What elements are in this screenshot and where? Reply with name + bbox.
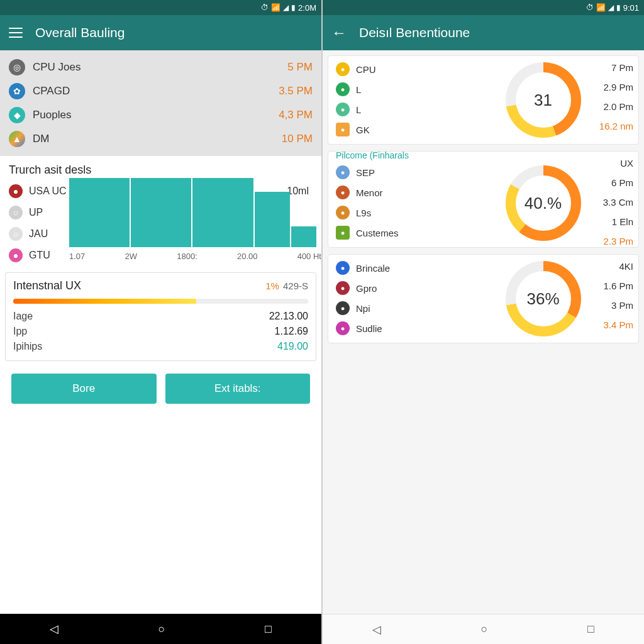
item-name: GTU: [29, 250, 50, 261]
back-icon[interactable]: ◁: [50, 622, 58, 636]
signal-icon: ◢: [608, 3, 614, 12]
item-value: 2.3 Pm: [603, 236, 633, 247]
page-title: Overall Bauling: [35, 25, 125, 40]
item-name: L9s: [356, 208, 371, 218]
chart-xaxis: 1.07 2W 1800: 20.00 400 Ht: [69, 252, 321, 261]
list-item[interactable]: ●L: [336, 103, 449, 116]
card-header-value: 4KI: [603, 261, 633, 272]
donut-value: 36%: [516, 271, 571, 326]
app-icon: ●: [336, 301, 350, 315]
item-name: Custemes: [356, 228, 399, 238]
content-right: ●CPU●L●L●GK317 Pm2.9 Pm2.0 Pm16.2 nmPilc…: [323, 50, 644, 614]
item-value: 3 Pm: [603, 300, 633, 311]
card-values: UX6 Pm3.3 Cm1 Eln2.3 Pm: [603, 158, 633, 247]
app-bar: ← Deisıl Benentioune: [323, 15, 644, 50]
home-icon[interactable]: ○: [158, 623, 165, 636]
tick: 20.00: [237, 252, 258, 261]
stat-value: 419.00: [277, 341, 308, 352]
wifi-icon: 📶: [271, 3, 280, 12]
stat-label: Ipp: [13, 326, 27, 337]
metric-card[interactable]: ●CPU●L●L●GK317 Pm2.9 Pm2.0 Pm16.2 nm: [328, 55, 639, 145]
list-item[interactable]: ●SEP: [336, 165, 449, 179]
item-value: 10 PM: [282, 133, 313, 145]
page-title: Deisıl Benentioune: [359, 25, 470, 40]
app-icon: ○: [9, 227, 23, 241]
ux-suffix: 429-S: [283, 280, 308, 291]
donut-chart: 31: [506, 62, 581, 138]
stat-row: Iage22.13.00: [13, 309, 308, 324]
home-icon[interactable]: ○: [481, 623, 488, 636]
item-value: 1 Eln: [603, 216, 633, 227]
list-item[interactable]: ●L9s: [336, 206, 449, 219]
list-item[interactable]: ●CPU: [336, 62, 449, 76]
item-name: L: [356, 104, 361, 115]
item-value: 1.6 Pm: [603, 280, 633, 291]
content-left: ◎ CPU Joes 5 PM ✿ CPAGD 3.5 PM ◆ Puoples…: [0, 50, 321, 614]
app-icon: ●: [9, 184, 23, 198]
item-name: CPAGD: [33, 85, 271, 97]
button-row: Bore Ext itabls:: [0, 367, 321, 410]
back-icon[interactable]: ◁: [372, 623, 381, 636]
list-item[interactable]: ●Menor: [336, 186, 449, 199]
recent-icon[interactable]: □: [587, 623, 594, 636]
item-value: 2.9 Pm: [599, 82, 633, 92]
card-header-value: UX: [603, 158, 633, 169]
ux-percent: 1%: [265, 280, 279, 291]
section-header: Trurch asit desls: [0, 156, 321, 180]
list-item[interactable]: ✿ CPAGD 3.5 PM: [0, 79, 321, 103]
progress-bar: [13, 299, 308, 304]
battery-icon: ▮: [291, 3, 296, 12]
item-value: 7 Pm: [599, 62, 633, 73]
stat-value: 22.13.00: [269, 311, 308, 322]
export-button[interactable]: Ext itabls:: [165, 374, 311, 404]
item-name: Puoples: [33, 109, 271, 121]
list-item[interactable]: ●Npi: [336, 301, 449, 315]
maps-icon: ▲: [9, 131, 25, 147]
app-icon: ●: [336, 103, 350, 116]
app-icon: ●: [336, 123, 350, 136]
recent-icon[interactable]: □: [265, 623, 272, 636]
donut-chart: 40.%: [506, 165, 581, 241]
item-value: 3.5 PM: [279, 85, 313, 97]
card-items: ●CPU●L●L●GK: [336, 62, 449, 138]
metric-card[interactable]: Pilcome (Finharals●SEP●Menor●L9s●Custeme…: [328, 151, 639, 248]
metric-card[interactable]: ●Brincale●Gpro●Npi●Sudlie36%4KI1.6 Pm3 P…: [328, 254, 639, 343]
item-name: Npi: [356, 303, 370, 314]
wifi-icon: 📶: [596, 3, 606, 12]
app-icon: ◆: [9, 107, 25, 123]
item-value: 6 Pm: [603, 177, 633, 188]
app-icon: ●: [336, 186, 350, 199]
stat-value: 1.12.69: [275, 326, 308, 337]
list-item[interactable]: ◆ Puoples 4,3 PM: [0, 103, 321, 127]
app-icon: ●: [336, 226, 350, 240]
item-name: Brincale: [356, 263, 390, 274]
list-item[interactable]: ◎ CPU Joes 5 PM: [0, 55, 321, 79]
app-icon: ●: [9, 248, 23, 262]
card-items: ●Brincale●Gpro●Npi●Sudlie: [336, 261, 449, 336]
phone-right: ⏱ 📶 ◢ ▮ 9:01 ← Deisıl Benentioune ●CPU●L…: [323, 0, 644, 644]
menu-icon[interactable]: [9, 28, 23, 38]
list-item[interactable]: ●L: [336, 82, 449, 96]
list-item[interactable]: ▲ DM 10 PM: [0, 127, 321, 151]
nav-bar: ◁ ○ □: [323, 614, 644, 644]
signal-icon: ◢: [283, 3, 289, 12]
back-icon[interactable]: ←: [331, 24, 347, 42]
list-item[interactable]: ●Custemes: [336, 226, 449, 240]
list-item[interactable]: ●Sudlie: [336, 321, 449, 335]
item-value: 4,3 PM: [279, 109, 313, 121]
app-icon: ●: [336, 206, 350, 219]
phone-left: ⏱ 📶 ◢ ▮ 2:0M Overall Bauling ◎ CPU Joes …: [0, 0, 323, 644]
list-item[interactable]: ●Brincale: [336, 261, 449, 275]
stat-row: Ipp1.12.69: [13, 324, 308, 339]
bore-button[interactable]: Bore: [11, 374, 157, 404]
item-name: SEP: [356, 167, 375, 178]
app-icon: ○: [9, 206, 23, 219]
item-name: DM: [33, 133, 274, 145]
alarm-icon: ⏱: [586, 3, 594, 12]
chart-bars: [69, 178, 321, 247]
app-icon: ●: [336, 261, 350, 275]
list-item[interactable]: ●Gpro: [336, 281, 449, 295]
tick: 1.07: [69, 252, 85, 261]
stat-row: Ipihips419.00: [13, 339, 308, 354]
list-item[interactable]: ●GK: [336, 123, 449, 136]
